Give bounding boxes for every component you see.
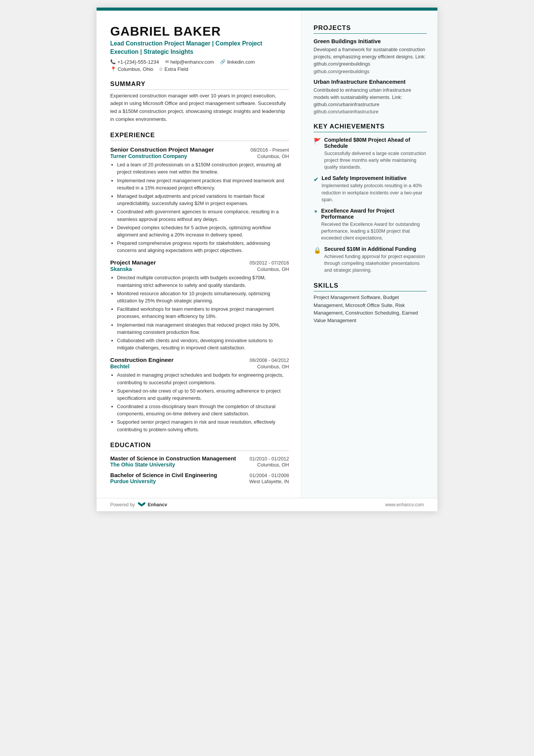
enhancv-heart-icon — [137, 502, 146, 507]
location-item: 📍 Columbus, Ohio — [110, 66, 153, 72]
achievement-icon-2: ✴ — [314, 208, 318, 214]
project-link-1: github.com/urbaninfrastructure — [314, 109, 427, 114]
edu-school-1: Purdue University — [110, 478, 156, 484]
bullet-0-1: Implemented new project management pract… — [117, 177, 289, 191]
linkedin-url: linkedin.com — [227, 59, 255, 65]
phone-number: +1-(234)-555-1234 — [117, 59, 159, 65]
linkedin-icon: 🔗 — [220, 59, 226, 64]
achievement-icon-1: ✔ — [314, 176, 319, 183]
exp-entry-2: Construction Engineer 06/2008 - 04/2012 … — [110, 357, 289, 433]
location-icon: 📍 — [110, 66, 116, 72]
teal-top-bar — [97, 8, 437, 11]
location-row: 📍 Columbus, Ohio ☆ Extra Field — [110, 66, 289, 72]
project-entry-0: Green Buildings Initiative Developed a f… — [314, 38, 427, 74]
project-title-1: Urban Infrastructure Enhancement — [314, 79, 427, 85]
bullet-1-4: Collaborated with clients and vendors, d… — [117, 337, 289, 351]
bullet-0-3: Coordinated with government agencies to … — [117, 208, 289, 222]
achievement-entry-0: 🚩 Completed $80M Project Ahead of Schedu… — [314, 137, 427, 171]
exp-location-0: Columbus, OH — [257, 153, 289, 159]
email-address: help@enhancv.com — [170, 59, 214, 65]
bullet-2-2: Coordinated a cross-disciplinary team th… — [117, 403, 289, 417]
exp-date-2: 06/2008 - 04/2012 — [250, 357, 289, 363]
phone-contact: 📞 +1-(234)-555-1234 — [110, 59, 159, 65]
exp-entry-1: Project Manager 05/2012 - 07/2016 Skansk… — [110, 259, 289, 351]
location-text: Columbus, Ohio — [118, 66, 153, 72]
exp-company-row-2: Bechtel Columbus, OH — [110, 363, 289, 369]
exp-title-0: Senior Construction Project Manager — [110, 146, 214, 153]
exp-entry-0: Senior Construction Project Manager 08/2… — [110, 146, 289, 254]
edu-school-row-1: Purdue University West Lafayette, IN — [110, 478, 289, 484]
footer-website: www.enhancv.com — [385, 502, 424, 507]
bullet-1-0: Directed multiple construction projects … — [117, 274, 289, 288]
exp-company-0: Turner Construction Company — [110, 153, 187, 159]
star-icon: ☆ — [159, 66, 163, 72]
exp-company-2: Bechtel — [110, 363, 130, 369]
edu-degree-1: Bachelor of Science in Civil Engineering — [110, 472, 217, 478]
bullet-1-3: Implemented risk management strategies t… — [117, 321, 289, 336]
achievement-title-0: Completed $80M Project Ahead of Schedule — [324, 137, 427, 149]
education-section-title: EDUCATION — [110, 441, 289, 451]
bullet-2-1: Supervised on-site crews of up to 50 wor… — [117, 387, 289, 402]
achievement-entry-3: 🔒 Secured $10M in Additional Funding Ach… — [314, 246, 427, 274]
projects-section-title: PROJECTS — [314, 24, 427, 34]
edu-entry-1: Bachelor of Science in Civil Engineering… — [110, 472, 289, 484]
exp-title-1: Project Manager — [110, 259, 156, 266]
edu-header-1: Bachelor of Science in Civil Engineering… — [110, 472, 289, 478]
experience-section-title: EXPERIENCE — [110, 131, 289, 141]
exp-header-1: Project Manager 05/2012 - 07/2016 — [110, 259, 289, 266]
edu-header-0: Master of Science in Construction Manage… — [110, 455, 289, 462]
resume-footer: Powered by Enhancv www.enhancv.com — [97, 498, 437, 511]
powered-by-label: Powered by — [110, 502, 135, 507]
achievement-content-2: Excellence Award for Project Performance… — [321, 208, 427, 241]
edu-location-1: West Lafayette, IN — [249, 479, 289, 484]
bullet-1-1: Monitored resource allocation for 10 pro… — [117, 290, 289, 304]
achievement-desc-0: Successfully delivered a large-scale con… — [324, 150, 427, 171]
exp-company-row-1: Skanska Columbus, OH — [110, 266, 289, 272]
contact-info: 📞 +1-(234)-555-1234 ✉ help@enhancv.com 🔗… — [110, 59, 289, 65]
header: GABRIEL BAKER Lead Construction Project … — [110, 24, 289, 72]
achievement-desc-1: Implemented safety protocols resulting i… — [322, 182, 427, 203]
exp-header-0: Senior Construction Project Manager 08/2… — [110, 146, 289, 153]
bullet-0-0: Led a team of 20 professionals on a $150… — [117, 161, 289, 175]
enhancv-logo: Enhancv — [137, 502, 167, 507]
bullet-0-5: Prepared comprehensive progress reports … — [117, 239, 289, 254]
bullet-0-4: Developed complex schedules for 5 active… — [117, 224, 289, 238]
project-desc-1: Contributed to enhancing urban infrastru… — [314, 86, 427, 108]
exp-bullets-0: Led a team of 20 professionals on a $150… — [110, 161, 289, 254]
achievement-desc-2: Received the Excellence Award for outsta… — [321, 221, 427, 241]
exp-location-2: Columbus, OH — [257, 364, 289, 369]
exp-location-1: Columbus, OH — [257, 266, 289, 272]
bullet-0-2: Managed budget adjustments and priced va… — [117, 193, 289, 207]
edu-date-0: 01/2010 - 01/2012 — [250, 456, 289, 462]
edu-date-1: 01/2004 - 01/2008 — [250, 473, 289, 478]
edu-location-0: Columbus, OH — [257, 462, 289, 468]
project-desc-0: Developed a framework for sustainable co… — [314, 46, 427, 68]
skills-section-title: SKILLS — [314, 282, 427, 291]
achievement-title-2: Excellence Award for Project Performance — [321, 208, 427, 220]
achievement-content-3: Secured $10M in Additional Funding Achie… — [324, 246, 427, 274]
exp-company-1: Skanska — [110, 266, 132, 272]
exp-bullets-1: Directed multiple construction projects … — [110, 274, 289, 351]
achievement-content-1: Led Safety Improvement Initiative Implem… — [322, 175, 427, 203]
achievement-icon-3: 🔒 — [314, 247, 321, 254]
exp-date-0: 08/2016 - Present — [250, 147, 289, 153]
candidate-name: GABRIEL BAKER — [110, 24, 289, 39]
email-icon: ✉ — [165, 59, 169, 64]
linkedin-contact: 🔗 linkedin.com — [220, 59, 255, 65]
summary-text: Experienced construction manager with ov… — [110, 92, 289, 123]
exp-bullets-2: Assisted in managing project schedules a… — [110, 371, 289, 433]
enhancv-brand-name: Enhancv — [148, 502, 167, 507]
exp-header-2: Construction Engineer 06/2008 - 04/2012 — [110, 357, 289, 363]
achievements-section-title: KEY ACHIEVEMENTS — [314, 123, 427, 132]
edu-degree-0: Master of Science in Construction Manage… — [110, 455, 236, 462]
candidate-title: Lead Construction Project Manager | Comp… — [110, 39, 289, 56]
edu-entry-0: Master of Science in Construction Manage… — [110, 455, 289, 468]
achievement-entry-2: ✴ Excellence Award for Project Performan… — [314, 208, 427, 241]
exp-date-1: 05/2012 - 07/2016 — [250, 260, 289, 266]
bullet-1-2: Facilitated workshops for team members t… — [117, 305, 289, 320]
achievement-icon-0: 🚩 — [314, 138, 321, 145]
skills-text: Project Management Software, Budget Mana… — [314, 294, 427, 324]
edu-school-0: The Ohio State University — [110, 462, 175, 468]
project-title-0: Green Buildings Initiative — [314, 38, 427, 44]
achievement-entry-1: ✔ Led Safety Improvement Initiative Impl… — [314, 175, 427, 203]
